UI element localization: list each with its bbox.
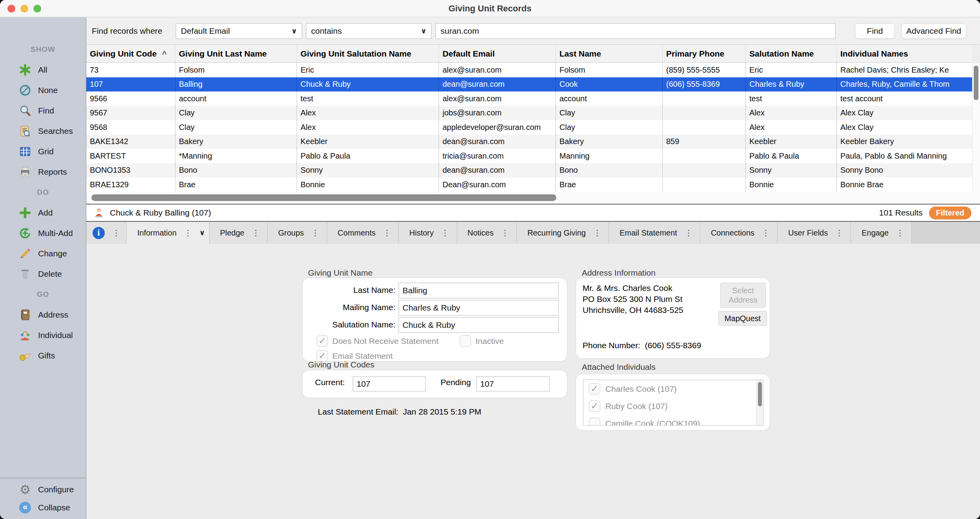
- sidebar-item-grid[interactable]: Grid: [0, 141, 86, 162]
- table-cell: Bonnie: [745, 177, 836, 192]
- table-row[interactable]: 107BallingChuck & Rubydean@suran.comCook…: [86, 77, 972, 92]
- sidebar-item-change[interactable]: Change: [0, 243, 86, 264]
- table-row[interactable]: BARTEST*ManningPablo & Paulatricia@suran…: [86, 149, 972, 163]
- checkbox-checked-icon: [317, 335, 328, 347]
- checkbox-checked-icon: [589, 383, 600, 395]
- column-header-giving-unit-salutation-name[interactable]: Giving Unit Salutation Name: [297, 45, 439, 62]
- tab-menu-dots-icon[interactable]: [441, 228, 449, 238]
- address-line-1: Mr. & Mrs. Charles Cook: [583, 283, 683, 294]
- sidebar-item-multi-add[interactable]: Multi-Add: [0, 223, 86, 243]
- attached-list-scrollbar[interactable]: [756, 380, 763, 425]
- vertical-scrollbar[interactable]: [972, 63, 980, 192]
- table-cell: jobs@suran.com: [439, 106, 556, 121]
- mapquest-button[interactable]: MapQuest: [718, 311, 767, 326]
- tab-history[interactable]: History: [399, 222, 457, 244]
- horizontal-scrollbar[interactable]: [86, 192, 980, 204]
- pending-code-input[interactable]: [476, 376, 550, 391]
- table-row[interactable]: 9566accounttestalex@suran.comaccounttest…: [86, 91, 972, 106]
- grid-header: Giving Unit CodeGiving Unit Last NameGiv…: [86, 45, 972, 63]
- operator-select[interactable]: contains: [306, 23, 432, 39]
- table-row[interactable]: 73FolsomEricalex@suran.comFolsom(859) 55…: [86, 63, 972, 77]
- sidebar-item-collapse[interactable]: Collapse: [0, 499, 86, 517]
- tab-menu-dots-icon[interactable]: [762, 228, 770, 238]
- tab-connections[interactable]: Connections: [700, 222, 778, 244]
- sidebar-item-label: Add: [38, 208, 53, 217]
- tab-user-fields[interactable]: User Fields: [778, 222, 851, 244]
- form-field-input-salutation-name-[interactable]: [399, 317, 559, 333]
- sidebar-item-delete[interactable]: Delete: [0, 264, 86, 284]
- checkbox-does-not-receive-statement: Does Not Receive Statement: [317, 335, 439, 347]
- sidebar-item-find[interactable]: Find: [0, 101, 86, 121]
- filtered-badge[interactable]: Filtered: [929, 207, 971, 219]
- tab-menu-dots-icon[interactable]: [501, 228, 509, 238]
- sidebar-item-searches[interactable]: Searches: [0, 121, 86, 141]
- table-row[interactable]: 9567ClayAlexjobs@suran.comClayAlexAlex C…: [86, 106, 972, 121]
- sidebar-item-individual[interactable]: Individual: [0, 325, 86, 345]
- tab-email-statement[interactable]: Email Statement: [609, 222, 700, 244]
- info-icon[interactable]: [93, 227, 105, 239]
- tab-menu-dots-icon[interactable]: [383, 228, 391, 238]
- table-cell: Chuck & Ruby: [297, 77, 439, 92]
- tab-menu-dots-icon[interactable]: [896, 228, 904, 238]
- table-row[interactable]: 9568ClayAlexappledeveloper@suran.comClay…: [86, 120, 972, 135]
- individual-people-icon: [18, 328, 32, 342]
- sidebar: SHOWAllNoneFindSearchesGridReportsDOAddM…: [0, 17, 86, 519]
- tab-recurring-giving[interactable]: Recurring Giving: [517, 222, 609, 244]
- advanced-find-button[interactable]: Advanced Find: [901, 23, 966, 39]
- field-select[interactable]: Default Email: [176, 23, 302, 39]
- search-field-wrap: [435, 23, 836, 39]
- tab-pledge[interactable]: Pledge: [209, 222, 268, 244]
- column-header-salutation-name[interactable]: Salutation Name: [745, 45, 836, 62]
- horizontal-scrollbar-thumb[interactable]: [91, 194, 556, 201]
- column-header-individual-names[interactable]: Individual Names: [836, 45, 972, 62]
- field-select-value: Default Email: [181, 26, 230, 36]
- checkbox-unchecked-icon: [460, 335, 471, 347]
- tab-comments[interactable]: Comments: [327, 222, 399, 244]
- table-cell: [662, 120, 745, 135]
- info-menu-dots-icon[interactable]: [112, 228, 120, 238]
- tab-groups[interactable]: Groups: [268, 222, 327, 244]
- sidebar-item-address[interactable]: Address: [0, 305, 86, 325]
- tab-menu-dots-icon[interactable]: [685, 228, 692, 238]
- column-header-giving-unit-code[interactable]: Giving Unit Code: [86, 45, 175, 62]
- column-header-primary-phone[interactable]: Primary Phone: [662, 45, 745, 62]
- close-window-button[interactable]: [7, 5, 15, 13]
- find-button[interactable]: Find: [855, 23, 895, 39]
- table-cell: (606) 555-8369: [662, 77, 745, 92]
- sidebar-item-add[interactable]: Add: [0, 203, 86, 223]
- sidebar-item-reports[interactable]: Reports: [0, 162, 86, 182]
- tab-menu-dots-icon[interactable]: [252, 228, 260, 238]
- table-row[interactable]: BAKE1342BakeryKeeblerdean@suran.comBaker…: [86, 135, 972, 149]
- table-cell: 9568: [86, 120, 175, 135]
- tab-menu-dots-icon[interactable]: [593, 228, 601, 238]
- tab-engage[interactable]: Engage: [851, 222, 912, 244]
- search-input[interactable]: [441, 24, 831, 38]
- traffic-lights: [7, 5, 41, 13]
- sidebar-item-gifts[interactable]: Gifts: [0, 345, 86, 366]
- attached-list-scrollbar-thumb[interactable]: [758, 382, 762, 406]
- tab-notices[interactable]: Notices: [457, 222, 517, 244]
- table-row[interactable]: BONO1353BonoSonnydean@suran.comBonoSonny…: [86, 163, 972, 178]
- sidebar-item-configure[interactable]: Configure: [0, 481, 86, 499]
- minimize-window-button[interactable]: [20, 5, 28, 13]
- form-field-input-mailing-name-[interactable]: [399, 300, 559, 316]
- vertical-scrollbar-thumb[interactable]: [974, 66, 978, 100]
- sidebar-item-all[interactable]: All: [0, 60, 86, 80]
- tab-information[interactable]: Information: [127, 222, 209, 244]
- table-cell: Charles & Ruby: [745, 77, 836, 92]
- address-lines: Mr. & Mrs. Charles Cook PO Box 525 300 N…: [583, 283, 683, 316]
- sidebar-item-none[interactable]: None: [0, 80, 86, 101]
- tab-menu-dots-icon[interactable]: [184, 228, 192, 238]
- table-row[interactable]: BRAE1329BraeBonnieDean@suran.comBraeBonn…: [86, 177, 972, 192]
- tab-menu-dots-icon[interactable]: [311, 228, 319, 238]
- column-header-last-name[interactable]: Last Name: [556, 45, 662, 62]
- table-cell: dean@suran.com: [439, 77, 556, 92]
- table-cell: Keebler Bakery: [836, 135, 972, 149]
- form-field-input-last-name-[interactable]: [399, 283, 559, 298]
- current-code-input[interactable]: [353, 376, 426, 391]
- table-cell: Clay: [556, 120, 662, 135]
- column-header-default-email[interactable]: Default Email: [439, 45, 556, 62]
- column-header-giving-unit-last-name[interactable]: Giving Unit Last Name: [175, 45, 297, 62]
- zoom-window-button[interactable]: [33, 5, 41, 13]
- tab-menu-dots-icon[interactable]: [835, 228, 843, 238]
